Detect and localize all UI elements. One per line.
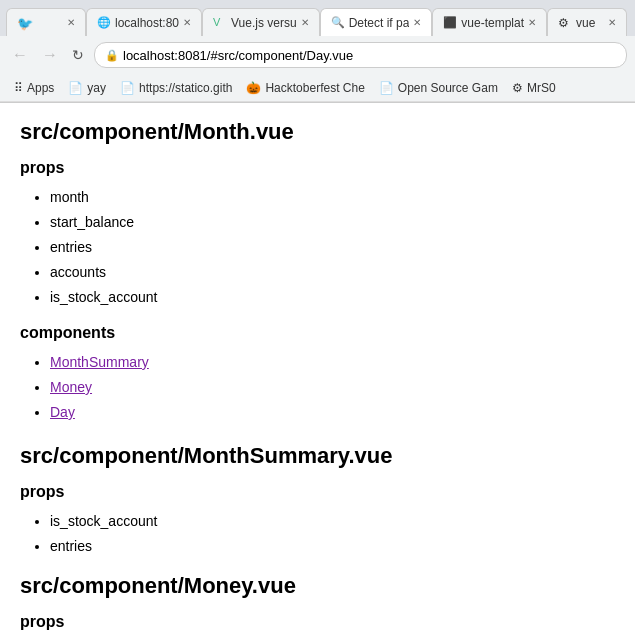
back-button[interactable]: ← [8, 44, 32, 66]
mrso-github-icon: ⚙ [512, 81, 523, 95]
pumpkin-icon: 🎃 [246, 81, 261, 95]
money-section-title: src/component/Money.vue [20, 573, 615, 599]
month-components-heading: components [20, 324, 615, 342]
tab-github[interactable]: ⚙ vue ✕ [547, 8, 627, 36]
forward-button[interactable]: → [38, 44, 62, 66]
tab-localhost-label: localhost:80 [115, 16, 179, 30]
list-item: is_stock_account [50, 287, 615, 308]
money-link[interactable]: Money [50, 379, 92, 395]
month-components-list: MonthSummary Money Day [20, 352, 615, 423]
twitter-icon: 🐦 [17, 16, 31, 30]
tab-vue-template-close[interactable]: ✕ [528, 17, 536, 28]
bookmark-hacktoberfest[interactable]: 🎃 Hacktoberfest Che [240, 79, 370, 97]
opensource-icon: 📄 [379, 81, 394, 95]
bookmark-statico[interactable]: 📄 https://statico.gith [114, 79, 238, 97]
list-item: entries [50, 237, 615, 258]
tab-localhost[interactable]: 🌐 localhost:80 ✕ [86, 8, 202, 36]
money-props-heading: props [20, 613, 615, 631]
month-props-heading: props [20, 159, 615, 177]
page-content: src/component/Month.vue props month star… [0, 103, 635, 639]
bookmark-apps[interactable]: ⠿ Apps [8, 79, 60, 97]
vue-icon: V [213, 16, 227, 30]
day-link[interactable]: Day [50, 404, 75, 420]
tab-detect-label: Detect if pa [349, 16, 410, 30]
address-text: localhost:8081/#src/component/Day.vue [123, 48, 353, 63]
bookmarks-bar: ⠿ Apps 📄 yay 📄 https://statico.gith 🎃 Ha… [0, 74, 635, 102]
tab-github-label: vue [576, 16, 604, 30]
bookmark-statico-label: https://statico.gith [139, 81, 232, 95]
tab-twitter-close[interactable]: ✕ [67, 17, 75, 28]
tab-bar: 🐦 ✕ 🌐 localhost:80 ✕ V Vue.js versu ✕ 🔍 … [0, 0, 635, 36]
chrome-icon: 🌐 [97, 16, 111, 30]
list-item: accounts [50, 262, 615, 283]
address-bar-input[interactable]: 🔒 localhost:8081/#src/component/Day.vue [94, 42, 627, 68]
list-item: Day [50, 402, 615, 423]
bookmark-opensource[interactable]: 📄 Open Source Gam [373, 79, 504, 97]
address-bar: ← → ↻ 🔒 localhost:8081/#src/component/Da… [0, 36, 635, 74]
detect-icon: 🔍 [331, 16, 345, 30]
monthsummary-link[interactable]: MonthSummary [50, 354, 149, 370]
bookmark-mrso-label: MrS0 [527, 81, 556, 95]
list-item: MonthSummary [50, 352, 615, 373]
monthsummary-section: src/component/MonthSummary.vue props is_… [20, 443, 615, 557]
browser-chrome: 🐦 ✕ 🌐 localhost:80 ✕ V Vue.js versu ✕ 🔍 … [0, 0, 635, 103]
tab-vue-template[interactable]: ⬛ vue-templat ✕ [432, 8, 547, 36]
list-item: month [50, 187, 615, 208]
apps-icon: ⠿ [14, 81, 23, 95]
money-section: src/component/Money.vue props [20, 573, 615, 631]
lock-icon: 🔒 [105, 49, 119, 62]
tab-vuejs-label: Vue.js versu [231, 16, 297, 30]
monthsummary-props-heading: props [20, 483, 615, 501]
yay-icon: 📄 [68, 81, 83, 95]
bookmark-hacktoberfest-label: Hacktoberfest Che [265, 81, 364, 95]
list-item: start_balance [50, 212, 615, 233]
bookmark-yay-label: yay [87, 81, 106, 95]
bookmark-yay[interactable]: 📄 yay [62, 79, 112, 97]
monthsummary-props-list: is_stock_account entries [20, 511, 615, 557]
tab-localhost-close[interactable]: ✕ [183, 17, 191, 28]
tab-vue-template-label: vue-templat [461, 16, 524, 30]
tab-detect[interactable]: 🔍 Detect if pa ✕ [320, 8, 433, 36]
list-item: is_stock_account [50, 511, 615, 532]
github-icon: ⚙ [558, 16, 572, 30]
list-item: entries [50, 536, 615, 557]
bookmark-opensource-label: Open Source Gam [398, 81, 498, 95]
monthsummary-section-title: src/component/MonthSummary.vue [20, 443, 615, 469]
reload-button[interactable]: ↻ [68, 45, 88, 65]
month-section: src/component/Month.vue props month star… [20, 119, 615, 423]
tab-twitter[interactable]: 🐦 ✕ [6, 8, 86, 36]
vue-template-icon: ⬛ [443, 16, 457, 30]
tab-github-close[interactable]: ✕ [608, 17, 616, 28]
statico-icon: 📄 [120, 81, 135, 95]
tab-vuejs-close[interactable]: ✕ [301, 17, 309, 28]
list-item: Money [50, 377, 615, 398]
bookmark-apps-label: Apps [27, 81, 54, 95]
bookmark-mrso[interactable]: ⚙ MrS0 [506, 79, 562, 97]
tab-vuejs[interactable]: V Vue.js versu ✕ [202, 8, 320, 36]
month-props-list: month start_balance entries accounts is_… [20, 187, 615, 308]
tab-detect-close[interactable]: ✕ [413, 17, 421, 28]
month-section-title: src/component/Month.vue [20, 119, 615, 145]
